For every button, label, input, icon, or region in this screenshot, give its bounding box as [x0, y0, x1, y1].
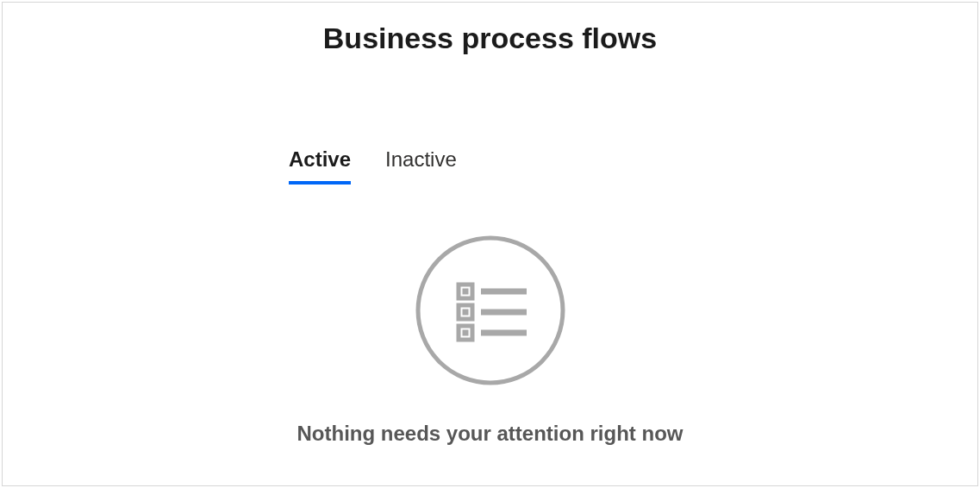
svg-rect-5 — [462, 310, 468, 316]
tabs-container: Active Inactive — [289, 147, 457, 185]
empty-state-message: Nothing needs your attention right now — [3, 422, 977, 446]
tab-inactive[interactable]: Inactive — [385, 147, 457, 185]
svg-rect-2 — [462, 289, 468, 295]
tab-active[interactable]: Active — [289, 147, 351, 185]
tab-inactive-label: Inactive — [385, 147, 457, 171]
svg-rect-8 — [462, 330, 468, 336]
empty-state-illustration — [415, 235, 566, 386]
list-icon — [415, 235, 566, 386]
business-process-flows-card: Business process flows Active Inactive N… — [2, 2, 978, 486]
tab-active-label: Active — [289, 147, 351, 171]
page-title: Business process flows — [3, 22, 977, 55]
